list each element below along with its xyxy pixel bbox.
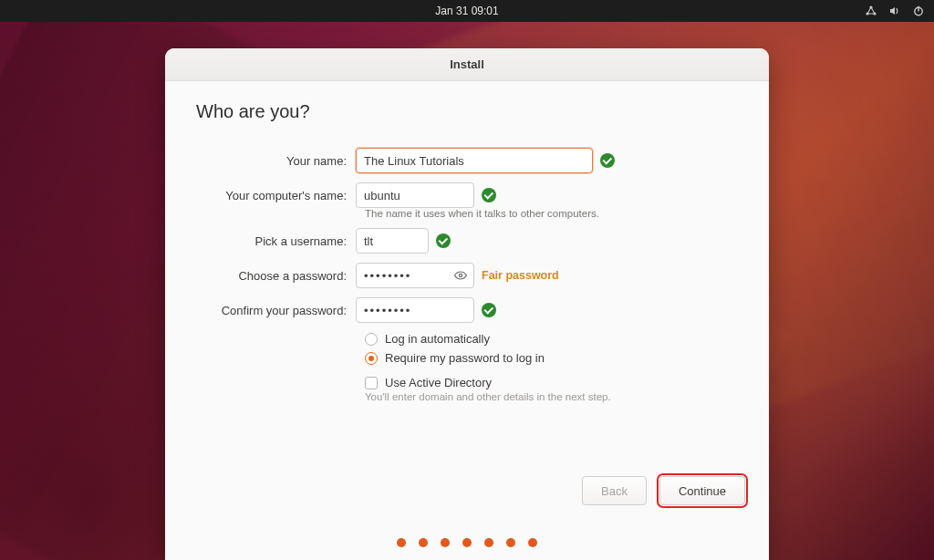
login-password-option[interactable]: Require my password to log in: [365, 351, 738, 365]
check-icon: [482, 303, 496, 317]
volume-icon[interactable]: [888, 5, 901, 17]
clock: Jan 31 09:01: [435, 5, 498, 17]
progress-dot: [462, 538, 472, 547]
network-icon[interactable]: [865, 5, 877, 17]
svg-point-5: [459, 274, 462, 276]
your-name-input[interactable]: [356, 148, 593, 173]
password-strength: Fair password: [482, 269, 559, 282]
password-label: Choose a password:: [196, 269, 356, 283]
check-icon: [482, 188, 496, 202]
your-name-label: Your name:: [196, 154, 356, 168]
radio-icon: [365, 333, 378, 346]
active-directory-helper: You'll enter domain and other details in…: [365, 391, 738, 402]
login-password-label: Require my password to log in: [385, 351, 545, 365]
progress-dot: [441, 538, 450, 547]
progress-dot: [528, 538, 537, 547]
active-directory-label: Use Active Directory: [385, 376, 492, 389]
computer-name-helper: The name it uses when it talks to other …: [365, 208, 738, 219]
top-bar: Jan 31 09:01: [0, 0, 934, 22]
progress-dot: [506, 538, 515, 547]
computer-name-label: Your computer's name:: [196, 189, 356, 202]
progress-dots: [165, 538, 769, 547]
system-tray[interactable]: [865, 0, 925, 22]
username-input[interactable]: [356, 228, 429, 254]
page-title: Who are you?: [196, 101, 738, 122]
computer-name-input[interactable]: [356, 182, 474, 208]
window-titlebar: Install: [165, 48, 769, 81]
login-auto-label: Log in automatically: [385, 332, 490, 346]
progress-dot: [397, 538, 406, 547]
checkbox-icon: [365, 377, 378, 389]
active-directory-option[interactable]: Use Active Directory: [365, 376, 738, 389]
show-password-icon[interactable]: [452, 267, 469, 284]
power-icon[interactable]: [912, 5, 925, 17]
check-icon: [600, 153, 615, 168]
installer-window: Install Who are you? Your name: Your com…: [165, 48, 769, 560]
continue-button[interactable]: Continue: [659, 476, 745, 505]
progress-dot: [484, 538, 493, 547]
login-auto-option[interactable]: Log in automatically: [365, 332, 738, 346]
progress-dot: [419, 538, 428, 547]
window-title: Install: [450, 57, 484, 71]
confirm-password-input[interactable]: [356, 297, 474, 323]
radio-icon: [365, 352, 378, 365]
back-button[interactable]: Back: [582, 476, 647, 505]
username-label: Pick a username:: [196, 234, 356, 248]
confirm-password-label: Confirm your password:: [196, 304, 356, 317]
user-form: Your name: Your computer's name: The nam…: [196, 148, 738, 402]
check-icon: [436, 233, 451, 248]
